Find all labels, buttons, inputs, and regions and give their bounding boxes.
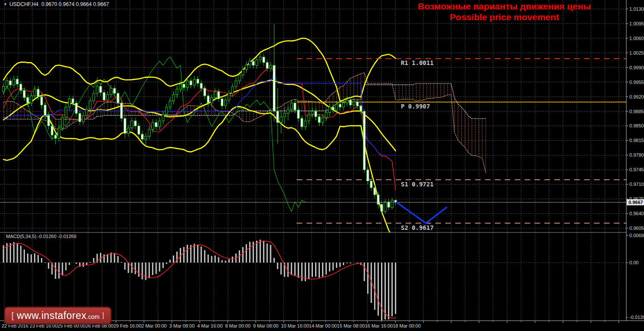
candle-body [381, 204, 383, 211]
candle-body [20, 84, 22, 90]
candle-body [263, 57, 265, 62]
candle-body [346, 100, 348, 103]
price-axis-label: 0.9885 [629, 109, 644, 114]
price-axis-label: 0.9780 [629, 152, 644, 158]
time-axis-label: 14 Mar 00:00 [309, 323, 337, 328]
macd-axis-label: 0.00 [629, 260, 638, 265]
candle-body [190, 81, 192, 85]
candle-body [284, 113, 286, 117]
chikou-span [3, 57, 305, 211]
candle-body [47, 115, 50, 126]
candle-body [235, 81, 237, 87]
annotation-line-ru: Возможные варианты движения цены [379, 1, 629, 12]
candle-body [89, 101, 91, 109]
price-axis-label: 0.9815 [629, 138, 644, 143]
candles [3, 24, 397, 213]
candle-body [193, 79, 195, 85]
macd-indicator-label: MACD(5,34,5) -0.01260 -0.01266 [6, 234, 76, 239]
logo-bracket-left: [ [11, 311, 14, 321]
candle-body [127, 128, 129, 133]
candle-body [249, 61, 251, 65]
candle-body [328, 107, 331, 113]
candle-body [75, 103, 78, 113]
candle-body [65, 107, 67, 118]
candle-body [297, 110, 300, 118]
chart-canvas[interactable]: R1 1.0011P 0.9907S1 0.9721S2 0.96171.013… [0, 0, 644, 331]
candle-body [374, 188, 376, 195]
candle-body [3, 86, 5, 92]
level-label-R1: R1 1.0011 [401, 59, 434, 66]
price-axis-label: 0.9640 [629, 211, 644, 216]
price-axis-label: 0.9920 [629, 94, 644, 99]
candle-body [259, 57, 261, 60]
senkou-span-b [3, 84, 486, 119]
price-axis-label: 1.0060 [629, 36, 644, 41]
macd-axis-label: -0.01398 [629, 315, 644, 320]
time-axis-label: 8 Mar 00:00 [225, 323, 250, 328]
candle-body [287, 109, 289, 114]
time-axis-label: 10 Mar 16:00 [281, 323, 309, 328]
candle-body [353, 102, 355, 105]
candle-body [100, 86, 102, 93]
candle-body [110, 88, 112, 95]
grid [0, 0, 626, 321]
annotation-line-en: Possible price movement [379, 12, 629, 22]
candle-body [124, 118, 126, 133]
price-axis-label: 0.9605 [629, 226, 644, 231]
candle-body [231, 87, 234, 93]
candle-body [252, 61, 254, 65]
candle-body [207, 96, 209, 103]
candle-body [242, 70, 244, 75]
candle-body [72, 99, 74, 103]
candle-body [37, 89, 39, 96]
candle-body [391, 200, 393, 207]
price-axis-label: 0.9990 [629, 65, 644, 70]
candle-body [155, 123, 157, 127]
candle-body [152, 123, 154, 130]
candle-body [166, 107, 168, 114]
candle-body [86, 109, 88, 116]
candle-body [197, 79, 199, 84]
candle-body [183, 84, 185, 87]
candle-body [34, 89, 36, 96]
candle-body [384, 202, 386, 211]
candle-body [211, 98, 213, 103]
price-axis-label: 0.9850 [629, 123, 644, 128]
candle-body [225, 100, 227, 106]
candle-body [134, 121, 136, 126]
candle-body [141, 134, 144, 139]
level-label-P: P 0.9907 [401, 103, 430, 110]
candle-body [269, 65, 272, 68]
candle-body [325, 112, 327, 118]
candle-body [318, 117, 320, 123]
price-axis-label: 0.9955 [629, 80, 644, 85]
price-axis-label: 1.0095 [629, 21, 644, 26]
candle-body [58, 128, 60, 138]
candle-body [266, 62, 268, 68]
kijun-sen [3, 73, 396, 155]
candle-body [370, 181, 372, 188]
logo-suffix: .com [87, 313, 100, 320]
candle-body [9, 81, 12, 85]
candle-body [96, 86, 98, 93]
symbol-dropdown-icon[interactable]: ▼ [3, 2, 7, 6]
candle-body [148, 129, 150, 136]
candle-body [117, 93, 119, 103]
candle-body [214, 92, 216, 98]
candle-body [280, 117, 282, 123]
candle-body [79, 113, 81, 121]
instaforex-logo[interactable]: [ www.instaforex .com ] [4, 307, 111, 324]
mt4-chart-window: R1 1.0011P 0.9907S1 0.9721S2 0.96171.013… [0, 0, 644, 331]
level-label-S1: S1 0.9721 [401, 181, 434, 188]
candle-body [27, 98, 29, 103]
candle-body [113, 88, 116, 93]
price-axis-background [626, 0, 644, 331]
candle-body [342, 103, 344, 107]
candle-body [120, 103, 122, 118]
level-label-S2: S2 0.9617 [401, 224, 434, 231]
logo-text: www.instaforex [17, 310, 87, 322]
price-projection-arrow[interactable] [397, 202, 447, 223]
macd-axis-label: 0.00696 [629, 233, 644, 238]
candle-body [315, 111, 317, 117]
candle-body [339, 104, 341, 107]
